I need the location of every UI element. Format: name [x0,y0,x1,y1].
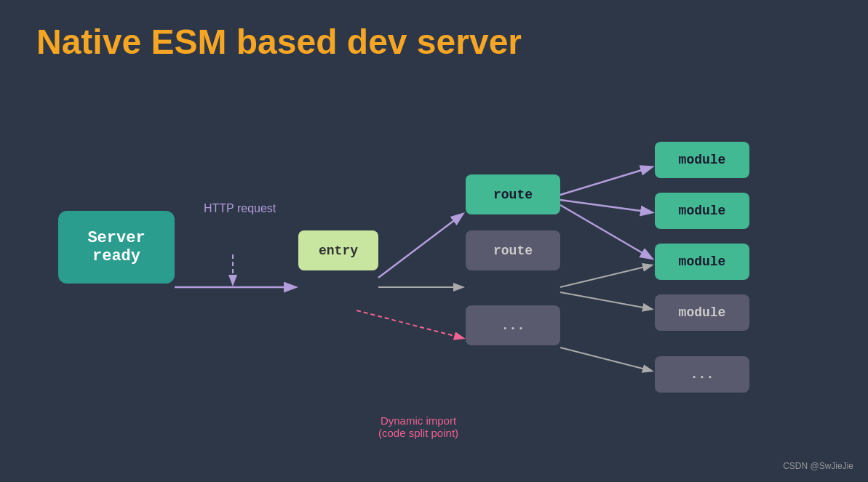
route2-label: route [493,244,533,258]
module1-box: module [655,142,749,178]
server-ready-box: Server ready [58,211,175,284]
svg-line-5 [560,167,651,195]
dots2-label: ... [690,367,714,382]
svg-line-8 [560,265,651,287]
diagram: Server ready entry route route ... modul… [0,80,868,482]
svg-line-9 [560,292,651,309]
entry-label: entry [319,244,358,258]
module1-label: module [679,153,726,167]
dots2-box: ... [655,356,749,393]
dynamic-import-label: Dynamic import (code split point) [378,414,458,439]
dynamic-import-text: Dynamic import (code split point) [378,414,458,439]
entry-box: entry [298,230,378,270]
svg-line-7 [560,205,651,258]
route1-box: route [466,174,560,214]
svg-line-4 [357,310,463,338]
module4-box: module [655,294,749,331]
slide-title: Native ESM based dev server [36,22,832,62]
http-request-label: HTTP request [204,202,276,215]
slide: Native ESM based dev server [0,0,868,482]
svg-line-2 [378,214,462,278]
dots1-label: ... [501,318,525,333]
svg-line-10 [560,348,651,371]
svg-line-6 [560,200,651,212]
route2-box: route [466,230,560,270]
module3-label: module [679,254,726,269]
watermark: CSDN @SwJieJie [783,461,853,471]
route1-label: route [493,188,533,202]
module2-box: module [655,193,749,229]
module2-label: module [679,204,726,218]
module3-box: module [655,244,749,280]
dots1-box: ... [466,305,560,345]
module4-label: module [679,305,726,320]
server-ready-label: Server ready [87,229,145,265]
